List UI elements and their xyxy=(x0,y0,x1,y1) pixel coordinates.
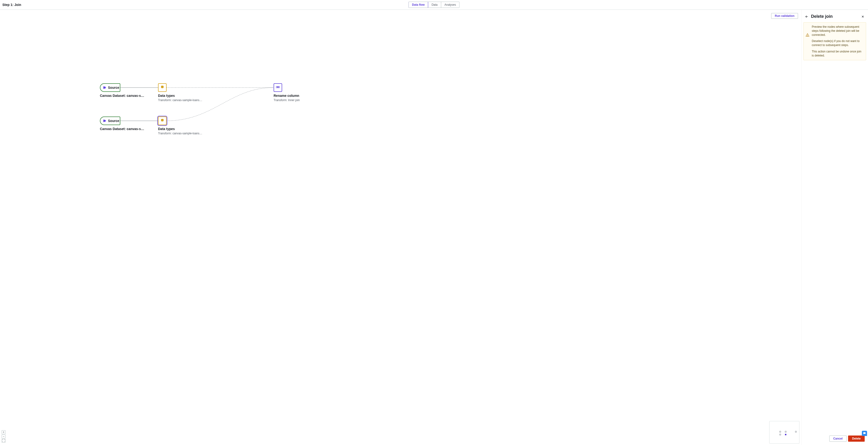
node-source-1-label: Canvas Dataset: canvas-sample-… xyxy=(100,94,145,97)
warning-icon xyxy=(806,33,809,37)
dataset-icon xyxy=(103,119,106,123)
warn-line-1: Preview the nodes where subsequent steps… xyxy=(812,25,864,37)
node-source-1-title: Source xyxy=(108,86,119,89)
zoom-out-button[interactable]: − xyxy=(2,435,5,438)
panel-header: Delete join xyxy=(802,10,868,22)
node-datatypes-1-box xyxy=(158,83,166,92)
chat-fab[interactable] xyxy=(862,431,867,436)
flow-canvas[interactable]: Run validation Source Canvas Dataset: ca… xyxy=(0,10,802,445)
node-datatypes-2-box xyxy=(158,117,166,125)
node-datatypes-2-sublabel: Transform: canvas-sample-loans-part-… xyxy=(158,132,203,135)
mini-node xyxy=(779,434,781,435)
mini-node-selected xyxy=(785,434,786,435)
node-rename-sublabel: Transform: Inner join xyxy=(274,98,300,102)
svg-point-2 xyxy=(161,86,164,87)
node-source-2-box: Source xyxy=(100,117,120,125)
run-validation-button[interactable]: Run validation xyxy=(771,13,798,19)
close-icon[interactable] xyxy=(861,15,865,19)
node-source-2-title: Source xyxy=(108,119,119,123)
node-source-1-box: Source xyxy=(100,83,120,92)
dataset-icon xyxy=(103,86,106,89)
node-datatypes-1-sublabel: Transform: canvas-sample-loans-part-… xyxy=(158,98,203,102)
tab-data-flow[interactable]: Data flow xyxy=(408,2,428,8)
tab-analyses[interactable]: Analyses xyxy=(441,2,459,8)
node-rename-label: Rename column xyxy=(274,94,299,97)
fullscreen-button[interactable]: ⛶ xyxy=(2,439,5,443)
node-source-2-label: Canvas Dataset: canvas-sample-… xyxy=(100,127,145,131)
delete-join-panel: Delete join Preview the nodes where subs… xyxy=(802,10,868,445)
warn-line-3: This action cannot be undone once join i… xyxy=(812,50,864,58)
mini-node xyxy=(795,431,797,433)
header-bar: Step 1: Join Data flow Data Analyses xyxy=(0,0,868,10)
rename-icon xyxy=(276,85,280,90)
mini-node xyxy=(779,431,781,433)
cancel-button[interactable]: Cancel xyxy=(829,436,847,442)
flow-connectors xyxy=(0,10,801,445)
stack-icon xyxy=(160,85,164,90)
panel-footer: Cancel Delete xyxy=(802,432,868,445)
node-rename-column[interactable]: Rename column Transform: Inner join xyxy=(274,83,282,92)
node-datatypes-1-label: Data types xyxy=(158,94,175,97)
warn-line-2: Deselect node(s) if you do not want to c… xyxy=(812,39,864,47)
zoom-controls: + − ⛶ xyxy=(2,430,5,443)
minimap[interactable] xyxy=(769,421,799,444)
stack-icon xyxy=(160,118,164,123)
node-source-1[interactable]: Source Canvas Dataset: canvas-sample-… xyxy=(100,83,120,92)
svg-point-3 xyxy=(161,119,164,120)
zoom-in-button[interactable]: + xyxy=(2,430,5,434)
node-datatypes-1[interactable]: Data types Transform: canvas-sample-loan… xyxy=(158,83,166,92)
panel-title: Delete join xyxy=(811,14,859,19)
back-icon[interactable] xyxy=(805,15,809,19)
node-source-2[interactable]: Source Canvas Dataset: canvas-sample-… xyxy=(100,117,120,125)
node-datatypes-2-label: Data types xyxy=(158,127,175,131)
mini-node xyxy=(785,431,786,433)
view-tabs: Data flow Data Analyses xyxy=(408,2,459,8)
step-title: Step 1: Join xyxy=(2,3,21,7)
node-rename-box xyxy=(274,83,282,92)
warning-box: Preview the nodes where subsequent steps… xyxy=(803,22,866,60)
tab-data[interactable]: Data xyxy=(428,2,441,8)
delete-button[interactable]: Delete xyxy=(848,436,865,442)
node-datatypes-2[interactable]: Data types Transform: canvas-sample-loan… xyxy=(158,117,166,125)
